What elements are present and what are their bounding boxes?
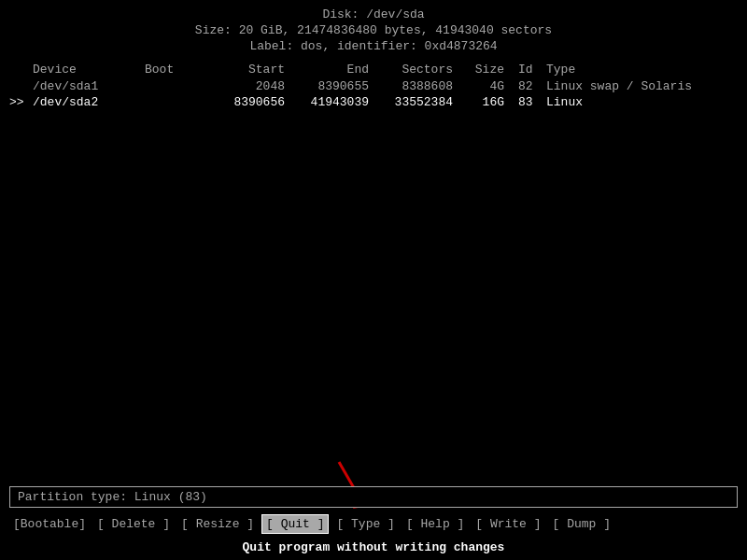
partition-table-container: Device Boot Start End Sectors Size Id Ty…	[0, 61, 747, 110]
menu-item[interactable]: [ Dump ]	[549, 515, 614, 533]
menu-item[interactable]: [ Delete ]	[93, 515, 174, 533]
cell-boot	[145, 79, 219, 93]
cell-size: 16G	[472, 95, 518, 109]
cell-size: 4G	[472, 79, 518, 93]
menu-item[interactable]: [ Resize ]	[177, 515, 258, 533]
cell-sectors: 33552384	[388, 95, 472, 109]
bottom-area: Partition type: Linux (83) [Bootable] [ …	[0, 486, 747, 560]
menu-item[interactable]: [ Help ]	[402, 515, 468, 533]
menu-item[interactable]: [ Write ]	[472, 515, 544, 533]
status-bar: Quit program without writing changes	[0, 537, 747, 560]
header-type: Type	[546, 63, 733, 77]
row-marker: >>	[9, 95, 33, 109]
disk-size: Size: 20 GiB, 21474836480 bytes, 4194304…	[0, 23, 747, 37]
cell-id: 82	[518, 79, 546, 93]
cell-type: Linux	[546, 95, 733, 109]
cell-sectors: 8388608	[388, 79, 472, 93]
menu-item[interactable]: [ Type ]	[332, 515, 398, 533]
cell-device: /dev/sda1	[33, 79, 145, 93]
cell-end: 41943039	[303, 95, 388, 109]
row-marker	[9, 79, 33, 93]
main-container: Disk: /dev/sda Size: 20 GiB, 21474836480…	[0, 0, 747, 560]
menu-item[interactable]: [Bootable]	[9, 515, 90, 533]
cell-device: /dev/sda2	[33, 95, 145, 109]
header-end: End	[303, 63, 388, 77]
cell-end: 8390655	[303, 79, 388, 93]
cell-boot	[145, 95, 219, 109]
header-marker	[9, 63, 33, 77]
disk-label: Label: dos, identifier: 0xd4873264	[0, 39, 747, 53]
cell-start: 2048	[219, 79, 303, 93]
cell-id: 83	[518, 95, 546, 109]
header-boot: Boot	[145, 63, 219, 77]
cell-start: 8390656	[219, 95, 303, 109]
header-id: Id	[518, 63, 546, 77]
table-row[interactable]: >> /dev/sda2 8390656 41943039 33552384 1…	[9, 94, 738, 110]
disk-title: Disk: /dev/sda	[0, 7, 747, 21]
cell-type: Linux swap / Solaris	[546, 79, 733, 93]
header-device: Device	[33, 63, 145, 77]
table-row[interactable]: /dev/sda1 2048 8390655 8388608 4G 82 Lin…	[9, 78, 738, 94]
partition-type-text: Partition type: Linux (83)	[18, 490, 207, 504]
table-header: Device Boot Start End Sectors Size Id Ty…	[9, 61, 738, 78]
header-size: Size	[472, 63, 518, 77]
header-start: Start	[219, 63, 303, 77]
partition-type-bar: Partition type: Linux (83)	[9, 486, 738, 508]
menu-item[interactable]: [ Quit ]	[261, 514, 329, 534]
partition-rows: /dev/sda1 2048 8390655 8388608 4G 82 Lin…	[9, 78, 738, 110]
header-sectors: Sectors	[388, 63, 472, 77]
menu-bar: [Bootable] [ Delete ] [ Resize ] [ Quit …	[0, 511, 747, 537]
